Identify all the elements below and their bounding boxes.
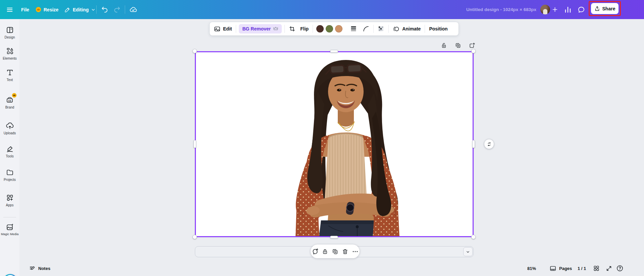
resize-handle-top-left[interactable] xyxy=(193,49,197,53)
resize-handle-bottom[interactable] xyxy=(330,236,338,238)
add-to-folder-button[interactable] xyxy=(468,41,476,50)
comment-plus-icon xyxy=(312,248,319,255)
add-comment-button[interactable] xyxy=(311,248,319,256)
tools-icon xyxy=(6,145,14,153)
lock-button[interactable] xyxy=(321,248,329,256)
undo-button[interactable] xyxy=(101,0,108,19)
share-button[interactable]: Share xyxy=(591,3,619,14)
magic-media-icon xyxy=(6,223,14,231)
canvas-image-woman[interactable] xyxy=(195,51,474,237)
corner-rounding-button[interactable] xyxy=(361,22,373,36)
canva-assistant-button[interactable] xyxy=(3,274,17,276)
duplicate-button[interactable] xyxy=(331,248,339,256)
sidebar-item-label: Text xyxy=(7,78,13,82)
duplicate-plus-icon xyxy=(332,248,338,255)
redo-button[interactable] xyxy=(114,0,121,19)
collapse-toolbar-button[interactable] xyxy=(463,247,473,256)
svg-text:co: co xyxy=(8,99,11,102)
pages-button[interactable]: Pages xyxy=(549,261,572,276)
position-button[interactable]: Position xyxy=(425,22,451,36)
file-menu-button[interactable]: File xyxy=(21,0,29,19)
rotate-icon xyxy=(487,142,492,147)
help-icon xyxy=(616,265,624,272)
flip-label: Flip xyxy=(300,26,309,31)
fullscreen-button[interactable] xyxy=(606,261,612,276)
sidebar-item-uploads[interactable]: Uploads xyxy=(0,122,19,135)
transparency-button[interactable] xyxy=(374,22,388,36)
edit-label: Edit xyxy=(223,26,232,31)
sidebar-item-apps[interactable]: Apps xyxy=(0,194,19,207)
flip-button[interactable]: Flip xyxy=(300,22,313,36)
add-member-button[interactable] xyxy=(552,0,558,19)
elements-icon xyxy=(6,47,14,55)
edit-image-button[interactable]: Edit xyxy=(210,22,236,36)
sidebar-item-label: Brand xyxy=(5,106,14,109)
resize-handle-left[interactable] xyxy=(194,140,196,148)
crown-pro-icon xyxy=(273,26,278,31)
bg-remover-label: BG Remover xyxy=(242,26,271,31)
ellipsis-icon xyxy=(352,248,359,255)
sidebar-item-design[interactable]: Design xyxy=(0,26,19,39)
comments-button[interactable] xyxy=(577,0,585,19)
resize-button[interactable]: Resize xyxy=(36,0,58,19)
animate-label: Animate xyxy=(402,26,421,31)
animate-button[interactable]: Animate xyxy=(389,22,425,36)
sidebar-item-brand[interactable]: co Brand xyxy=(0,95,19,109)
duplicate-element-button[interactable] xyxy=(453,41,462,50)
header-divider xyxy=(125,5,125,14)
cloud-check-icon xyxy=(129,6,137,13)
undo-icon xyxy=(101,6,108,13)
page-indicator: 1 / 1 xyxy=(578,261,586,276)
transparency-checker-icon xyxy=(378,25,384,32)
file-label: File xyxy=(21,7,29,12)
color-swatch-1[interactable] xyxy=(316,25,324,32)
cloud-save-status[interactable] xyxy=(129,0,137,19)
delete-button[interactable] xyxy=(341,248,349,256)
unlock-icon xyxy=(441,42,447,49)
sidebar-item-label: Magic Media xyxy=(1,232,19,236)
arc-icon xyxy=(363,25,369,32)
border-style-button[interactable] xyxy=(346,22,361,36)
lock-element-button[interactable] xyxy=(439,41,448,50)
sidebar-item-projects[interactable]: Projects xyxy=(0,168,19,182)
resize-handle-bottom-left[interactable] xyxy=(193,235,197,239)
resize-handle-bottom-right[interactable] xyxy=(471,235,476,239)
chevron-down-icon xyxy=(91,7,96,12)
more-options-button[interactable] xyxy=(351,248,359,256)
context-toolbar: Edit BG Remover Flip xyxy=(210,22,459,36)
notes-icon xyxy=(29,265,36,272)
avatar[interactable] xyxy=(540,5,550,14)
share-label: Share xyxy=(602,6,615,11)
rotate-handle[interactable] xyxy=(484,139,494,149)
color-swatches xyxy=(313,25,346,32)
editing-label: Editing xyxy=(73,7,89,12)
resize-handle-top[interactable] xyxy=(330,50,338,53)
header-divider xyxy=(96,5,97,14)
crop-button[interactable] xyxy=(285,22,300,36)
sidebar-item-elements[interactable]: Elements xyxy=(0,47,19,60)
color-swatch-3[interactable] xyxy=(335,25,342,32)
sidebar-item-text[interactable]: Text xyxy=(0,68,19,82)
resize-handle-right[interactable] xyxy=(472,140,475,148)
sidebar-item-magic-media[interactable]: Magic Media xyxy=(0,223,19,236)
resize-handle-top-right[interactable] xyxy=(471,49,476,53)
sidebar-item-label: Tools xyxy=(6,154,13,158)
design-canvas-page[interactable] xyxy=(195,51,474,237)
brand-icon-wrap: co xyxy=(5,95,14,104)
bg-remover-button[interactable]: BG Remover xyxy=(239,24,282,33)
color-swatch-2[interactable] xyxy=(326,25,333,32)
main-menu-button[interactable] xyxy=(6,0,13,19)
help-button[interactable] xyxy=(616,261,624,276)
grid-view-button[interactable] xyxy=(593,261,600,276)
crop-icon xyxy=(289,25,296,32)
design-title[interactable]: Untitled design - 1024px × 683px xyxy=(466,0,536,19)
sidebar-item-label: Uploads xyxy=(4,131,16,135)
editing-mode-dropdown[interactable]: Editing xyxy=(64,0,96,19)
plus-icon xyxy=(552,6,558,13)
notes-button[interactable]: Notes xyxy=(29,261,50,276)
share-upload-icon xyxy=(594,6,600,11)
insights-button[interactable] xyxy=(564,0,572,19)
sidebar-item-tools[interactable]: Tools xyxy=(0,145,19,158)
toolbar-divider xyxy=(236,25,236,33)
zoom-percent[interactable]: 81% xyxy=(527,261,536,276)
